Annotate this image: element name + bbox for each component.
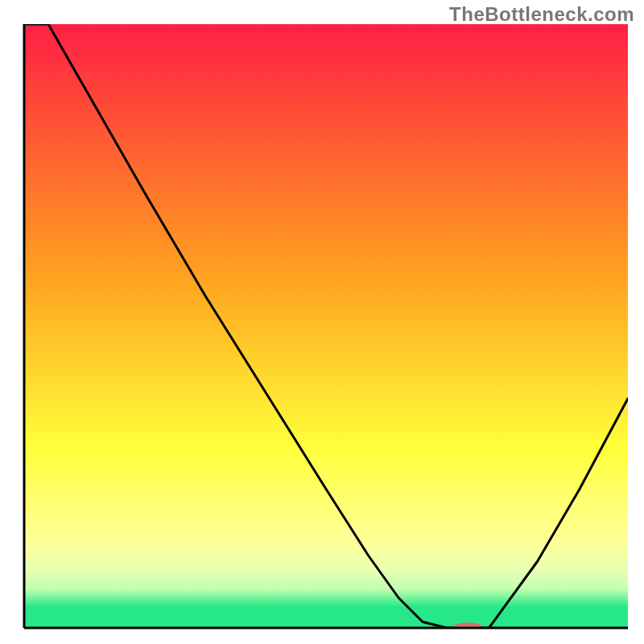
chart-container: { "watermark": "TheBottleneck.com", "col… xyxy=(0,0,644,644)
gradient-background xyxy=(24,24,628,628)
chart-svg xyxy=(0,0,644,644)
watermark-text: TheBottleneck.com xyxy=(449,3,634,26)
plot-area xyxy=(24,24,628,634)
